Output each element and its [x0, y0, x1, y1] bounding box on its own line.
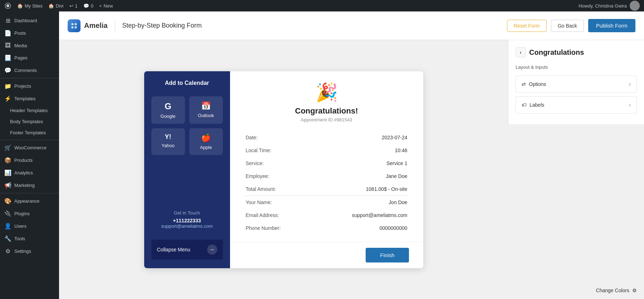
comments-link[interactable]: 💬 0	[83, 3, 93, 9]
google-icon: G	[165, 101, 171, 111]
outlook-icon: 📅	[201, 101, 211, 111]
sidebar-item-analytics[interactable]: 📊 Analytics	[0, 167, 59, 179]
apple-calendar-button[interactable]: 🍎 Apple	[189, 128, 223, 155]
my-sites-link[interactable]: 🏠 My Sites	[17, 3, 43, 9]
settings-icon: ⚙	[4, 248, 11, 255]
header-title: Step-by-Step Booking Form	[122, 22, 202, 29]
options-section: ⇄ Options ›	[516, 76, 637, 93]
collapse-menu-label: Collapse Menu	[157, 247, 190, 252]
table-row: Employee: Jane Doe	[244, 170, 409, 183]
divi-link[interactable]: 🏠 Divi	[48, 3, 64, 9]
sidebar-item-header-templates[interactable]: Header Templates	[0, 105, 59, 116]
amelia-logo-text: Amelia	[84, 21, 108, 30]
new-link[interactable]: + New	[99, 3, 113, 9]
center-panel: Add to Calendar G Google 📅 Outlook	[59, 40, 508, 299]
revision-link[interactable]: ↩ 1	[69, 3, 78, 9]
analytics-icon: 📊	[4, 169, 11, 176]
collapse-menu-bar[interactable]: Collapse Menu →	[151, 240, 223, 260]
widget-content: 🎉 Congratulations! Appointment ID #98154…	[230, 71, 423, 268]
users-icon: 👤	[4, 223, 11, 230]
booking-widget: Add to Calendar G Google 📅 Outlook	[144, 71, 423, 268]
sidebar-item-comments[interactable]: 💬 Comments	[0, 64, 59, 77]
field-value: Service 1	[309, 157, 409, 170]
panel-back-button[interactable]: ‹	[516, 47, 526, 57]
sidebar-item-pages[interactable]: 📃 Pages	[0, 52, 59, 64]
sidebar-item-appearance[interactable]: 🎨 Appearance	[0, 195, 59, 207]
apple-icon: 🍎	[201, 133, 211, 143]
field-label: Employee:	[244, 170, 309, 183]
outlook-calendar-button[interactable]: 📅 Outlook	[189, 96, 223, 124]
table-row: Service: Service 1	[244, 157, 409, 170]
field-label: Email Address:	[244, 209, 309, 222]
field-value: Jane Doe	[309, 170, 409, 183]
sidebar-item-body-templates[interactable]: Body Templates	[0, 116, 59, 127]
sidebar-item-settings[interactable]: ⚙ Settings	[0, 245, 59, 257]
media-icon: 🖼	[4, 42, 11, 49]
field-label: Phone Number:	[244, 222, 309, 235]
labels-row[interactable]: 🏷 Labels ›	[516, 97, 636, 113]
templates-icon: ⚡	[4, 95, 11, 102]
finish-button[interactable]: Finish	[366, 248, 409, 262]
options-row[interactable]: ⇄ Options ›	[516, 76, 636, 92]
sidebar-item-marketing[interactable]: 📢 Marketing	[0, 179, 59, 192]
table-row: Your Name: Jon Doe	[244, 196, 409, 209]
pages-icon: 📃	[4, 54, 11, 61]
sidebar-item-woocommerce[interactable]: 🛒 WooCommerce	[0, 141, 59, 154]
dashboard-icon: ⊞	[4, 17, 11, 24]
congratulations-section: 🎉 Congratulations! Appointment ID #98154…	[230, 71, 423, 242]
right-panel: ‹ Congratulations Layout & Inputs ⇄ Opti…	[508, 40, 644, 124]
woocommerce-icon: 🛒	[4, 144, 11, 151]
products-icon: 📦	[4, 157, 11, 164]
header-bar: Amelia Step-by-Step Booking Form Reset F…	[59, 11, 644, 40]
sidebar-item-dashboard[interactable]: ⊞ Dashboard	[0, 14, 59, 27]
yahoo-calendar-button[interactable]: Y! Yahoo	[151, 128, 185, 155]
sidebar-separator-3	[0, 193, 59, 193]
sidebar-item-tools[interactable]: 🔧 Tools	[0, 232, 59, 245]
avatar[interactable]	[630, 1, 640, 11]
calendar-grid: G Google 📅 Outlook Y! Yahoo	[151, 96, 223, 155]
table-row: Total Amount: 1081.00$ - On-site	[244, 183, 409, 196]
go-back-button[interactable]: Go Back	[551, 20, 584, 32]
table-row: Email Address: support@ameliatms.com	[244, 209, 409, 222]
labels-section: 🏷 Labels ›	[516, 96, 637, 114]
user-greeting: Howdy, Christina Gwira	[579, 3, 627, 9]
labels-icon: 🏷	[522, 102, 527, 108]
content-area: Amelia Step-by-Step Booking Form Reset F…	[59, 11, 644, 299]
change-colors-icon: ⚙	[632, 288, 637, 293]
header-actions: Reset Form Go Back Publish Form	[507, 19, 635, 32]
publish-form-button[interactable]: Publish Form	[588, 19, 635, 32]
field-value: 10:46	[309, 144, 409, 157]
sidebar-item-templates[interactable]: ⚡ Templates	[0, 92, 59, 105]
sidebar-item-users[interactable]: 👤 Users	[0, 220, 59, 232]
change-colors-bar[interactable]: Change Colors ⚙	[596, 288, 637, 293]
table-row: Local Time: 10:46	[244, 144, 409, 157]
revision-icon: ↩	[69, 3, 73, 9]
wp-logo[interactable]	[4, 2, 11, 9]
field-label: Your Name:	[244, 196, 309, 209]
appearance-icon: 🎨	[4, 198, 11, 204]
field-value: 0000000000	[309, 222, 409, 235]
appointment-id: Appointment ID #981543	[301, 117, 352, 122]
projects-icon: 📁	[4, 83, 11, 90]
comment-icon: 💬	[83, 3, 89, 9]
amelia-logo-icon	[68, 19, 80, 32]
widget-contact: Get in Touch +111222333 support@ameliatm…	[151, 210, 223, 229]
google-calendar-button[interactable]: G Google	[151, 96, 185, 124]
marketing-icon: 📢	[4, 182, 11, 189]
comments-icon: 💬	[4, 67, 11, 74]
add-to-calendar-title: Add to Calendar	[151, 80, 223, 86]
home-icon: 🏠	[17, 3, 23, 9]
topbar-right: Howdy, Christina Gwira	[579, 1, 640, 11]
reset-form-button[interactable]: Reset Form	[507, 20, 547, 32]
sidebar-item-media[interactable]: 🖼 Media	[0, 39, 59, 52]
contact-phone: +111222333	[151, 218, 223, 223]
field-label: Total Amount:	[244, 183, 309, 196]
table-row: Phone Number: 0000000000	[244, 222, 409, 235]
sidebar-separator-2	[0, 140, 59, 140]
sidebar-item-plugins[interactable]: 🔌 Plugins	[0, 207, 59, 220]
sidebar-item-posts[interactable]: 📄 Posts	[0, 27, 59, 39]
sidebar-item-projects[interactable]: 📁 Projects	[0, 80, 59, 92]
sidebar-item-products[interactable]: 📦 Products	[0, 154, 59, 167]
sidebar-item-footer-templates[interactable]: Footer Templates	[0, 127, 59, 138]
plus-icon: +	[99, 3, 102, 9]
